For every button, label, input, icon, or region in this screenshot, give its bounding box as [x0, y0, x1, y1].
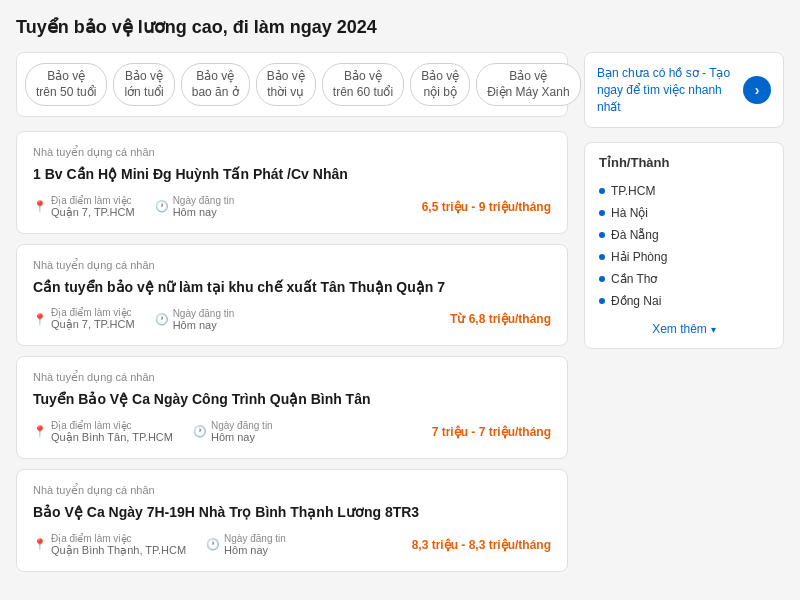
- location-value: Quận 7, TP.HCM: [51, 206, 135, 219]
- filter-tag-1[interactable]: Bảo vệtrên 50 tuổi: [25, 63, 107, 106]
- job-location-item: 📍 Địa điểm làm việc Quận 7, TP.HCM: [33, 307, 135, 331]
- promo-button[interactable]: ›: [743, 76, 771, 104]
- promo-arrow-icon: ›: [755, 82, 760, 98]
- location-label-cantho: Cần Thơ: [611, 272, 657, 286]
- job-card: Nhà tuyển dụng cá nhân Bảo Vệ Ca Ngày 7H…: [16, 469, 568, 572]
- location-value: Quận Bình Tân, TP.HCM: [51, 431, 173, 444]
- promo-text: Bạn chưa có hồ sơ - Tạo ngay để tìm việc…: [597, 65, 735, 115]
- see-more-label: Xem thêm: [652, 322, 707, 336]
- filter-row: Bảo vệtrên 50 tuổi Bảo vệlớn tuổi Bảo vệ…: [16, 52, 568, 117]
- location-item-dongnai[interactable]: Đồng Nai: [599, 290, 769, 312]
- location-title: Tỉnh/Thành: [599, 155, 769, 170]
- job-salary: 8,3 triệu - 8,3 triệu/tháng: [412, 538, 551, 552]
- date-value: Hôm nay: [173, 206, 235, 218]
- job-card-meta: 📍 Địa điểm làm việc Quận Bình Tân, TP.HC…: [33, 420, 551, 444]
- location-label-dongnai: Đồng Nai: [611, 294, 661, 308]
- job-card-meta: 📍 Địa điểm làm việc Quận Bình Thạnh, TP.…: [33, 533, 551, 557]
- location-label-danang: Đà Nẵng: [611, 228, 659, 242]
- location-bullet-icon: [599, 254, 605, 260]
- location-label-hanoi: Hà Nội: [611, 206, 648, 220]
- job-card-type: Nhà tuyển dụng cá nhân: [33, 371, 551, 384]
- job-location-item: 📍 Địa điểm làm việc Quận 7, TP.HCM: [33, 195, 135, 219]
- job-salary: Từ 6,8 triệu/tháng: [450, 312, 551, 326]
- filter-tag-5[interactable]: Bảo vệtrên 60 tuổi: [322, 63, 404, 106]
- location-item-danang[interactable]: Đà Nẵng: [599, 224, 769, 246]
- job-card-type: Nhà tuyển dụng cá nhân: [33, 484, 551, 497]
- location-value: Quận Bình Thạnh, TP.HCM: [51, 544, 186, 557]
- job-card-title: Cần tuyển bảo vệ nữ làm tại khu chế xuất…: [33, 278, 551, 298]
- location-item-cantho[interactable]: Cần Thơ: [599, 268, 769, 290]
- job-date-item: 🕐 Ngày đăng tin Hôm nay: [206, 533, 286, 557]
- location-item-tphcm[interactable]: TP.HCM: [599, 180, 769, 202]
- filter-tag-3[interactable]: Bảo vệbao ăn ở: [181, 63, 250, 106]
- job-location-item: 📍 Địa điểm làm việc Quận Bình Thạnh, TP.…: [33, 533, 186, 557]
- location-label-tphcm: TP.HCM: [611, 184, 655, 198]
- filter-tag-4[interactable]: Bảo vệthời vụ: [256, 63, 316, 106]
- job-card-meta: 📍 Địa điểm làm việc Quận 7, TP.HCM 🕐 Ngà…: [33, 307, 551, 331]
- job-meta-left: 📍 Địa điểm làm việc Quận 7, TP.HCM 🕐 Ngà…: [33, 307, 234, 331]
- job-card: Nhà tuyển dụng cá nhân Cần tuyển bảo vệ …: [16, 244, 568, 347]
- job-salary: 6,5 triệu - 9 triệu/tháng: [422, 200, 551, 214]
- date-label: Ngày đăng tin: [173, 195, 235, 206]
- location-bullet-icon: [599, 188, 605, 194]
- clock-icon: 🕐: [193, 425, 207, 438]
- location-bullet-icon: [599, 232, 605, 238]
- see-more-button[interactable]: Xem thêm ▾: [599, 322, 769, 336]
- job-meta-left: 📍 Địa điểm làm việc Quận Bình Thạnh, TP.…: [33, 533, 286, 557]
- job-date-item: 🕐 Ngày đăng tin Hôm nay: [193, 420, 273, 444]
- location-label-haiphong: Hải Phòng: [611, 250, 667, 264]
- job-card: Nhà tuyển dụng cá nhân Tuyển Bảo Vệ Ca N…: [16, 356, 568, 459]
- date-label: Ngày đăng tin: [211, 420, 273, 431]
- location-label: Địa điểm làm việc: [51, 533, 186, 544]
- filter-tag-2[interactable]: Bảo vệlớn tuổi: [113, 63, 174, 106]
- clock-icon: 🕐: [206, 538, 220, 551]
- page-title: Tuyển bảo vệ lương cao, đi làm ngay 2024: [16, 16, 784, 38]
- clock-icon: 🕐: [155, 200, 169, 213]
- location-item-haiphong[interactable]: Hải Phòng: [599, 246, 769, 268]
- location-item-hanoi[interactable]: Hà Nội: [599, 202, 769, 224]
- promo-box: Bạn chưa có hồ sơ - Tạo ngay để tìm việc…: [584, 52, 784, 128]
- location-label: Địa điểm làm việc: [51, 195, 135, 206]
- date-value: Hôm nay: [173, 319, 235, 331]
- job-card-title: Bảo Vệ Ca Ngày 7H-19H Nhà Trọ Bình Thạnh…: [33, 503, 551, 523]
- job-card: Nhà tuyển dụng cá nhân 1 Bv Cần Hộ Mini …: [16, 131, 568, 234]
- left-column: Bảo vệtrên 50 tuổi Bảo vệlớn tuổi Bảo vệ…: [16, 52, 568, 582]
- filter-tag-6[interactable]: Bảo vệnội bộ: [410, 63, 470, 106]
- date-label: Ngày đăng tin: [173, 308, 235, 319]
- job-meta-left: 📍 Địa điểm làm việc Quận 7, TP.HCM 🕐 Ngà…: [33, 195, 234, 219]
- location-icon: 📍: [33, 425, 47, 438]
- location-bullet-icon: [599, 276, 605, 282]
- job-date-item: 🕐 Ngày đăng tin Hôm nay: [155, 195, 235, 219]
- job-date-item: 🕐 Ngày đăng tin Hôm nay: [155, 307, 235, 331]
- job-card-title: 1 Bv Cần Hộ Mini Đg Huỳnh Tấn Phát /Cv N…: [33, 165, 551, 185]
- right-column: Bạn chưa có hồ sơ - Tạo ngay để tìm việc…: [584, 52, 784, 582]
- job-card-meta: 📍 Địa điểm làm việc Quận 7, TP.HCM 🕐 Ngà…: [33, 195, 551, 219]
- location-label: Địa điểm làm việc: [51, 307, 135, 318]
- location-icon: 📍: [33, 313, 47, 326]
- job-card-title: Tuyển Bảo Vệ Ca Ngày Công Trình Quận Bìn…: [33, 390, 551, 410]
- job-location-item: 📍 Địa điểm làm việc Quận Bình Tân, TP.HC…: [33, 420, 173, 444]
- clock-icon: 🕐: [155, 313, 169, 326]
- job-card-type: Nhà tuyển dụng cá nhân: [33, 146, 551, 159]
- date-value: Hôm nay: [224, 544, 286, 556]
- location-bullet-icon: [599, 210, 605, 216]
- location-list: TP.HCM Hà Nội Đà Nẵng Hải Phòng: [599, 180, 769, 312]
- date-label: Ngày đăng tin: [224, 533, 286, 544]
- location-box: Tỉnh/Thành TP.HCM Hà Nội Đà Nẵng: [584, 142, 784, 349]
- job-card-type: Nhà tuyển dụng cá nhân: [33, 259, 551, 272]
- location-value: Quận 7, TP.HCM: [51, 318, 135, 331]
- job-salary: 7 triệu - 7 triệu/tháng: [432, 425, 551, 439]
- chevron-down-icon: ▾: [711, 324, 716, 335]
- job-list: Nhà tuyển dụng cá nhân 1 Bv Cần Hộ Mini …: [16, 131, 568, 571]
- location-icon: 📍: [33, 538, 47, 551]
- date-value: Hôm nay: [211, 431, 273, 443]
- job-meta-left: 📍 Địa điểm làm việc Quận Bình Tân, TP.HC…: [33, 420, 273, 444]
- location-icon: 📍: [33, 200, 47, 213]
- location-bullet-icon: [599, 298, 605, 304]
- filter-tag-7[interactable]: Bảo vệĐiện Máy Xanh: [476, 63, 580, 106]
- location-label: Địa điểm làm việc: [51, 420, 173, 431]
